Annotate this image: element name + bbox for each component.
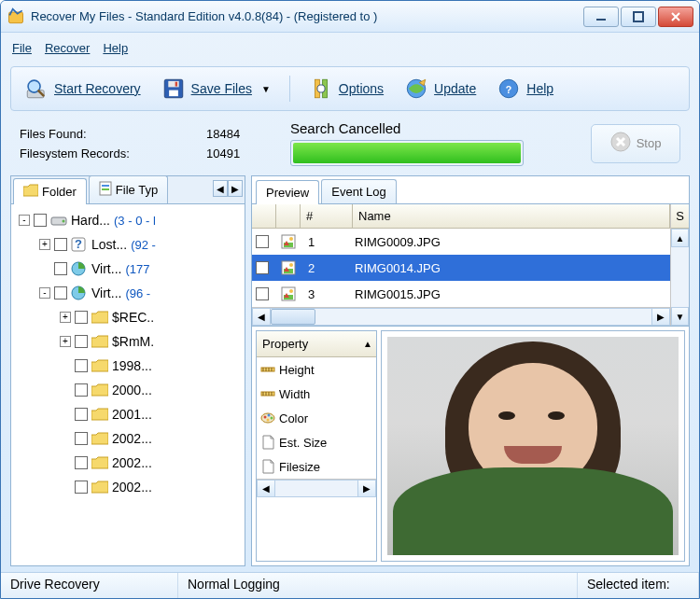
tree-label: $REC.. [112,310,154,325]
column-name[interactable]: Name [353,204,670,228]
prop-scroll-right[interactable]: ▶ [357,480,376,497]
column-icon[interactable] [276,204,301,228]
toolbar: Start Recovery Save Files ▼ Options Upda… [10,66,690,111]
left-panel: Folder File Typ ◀ ▶ -Hard...(3 - 0 - l+?… [10,175,245,566]
tree-row[interactable]: Virt...(177 [13,257,243,281]
tree-expander[interactable]: + [60,312,71,323]
floppy-icon [161,77,186,101]
tree-label: Virt... [91,286,121,300]
tree-label: 2001... [112,407,152,422]
tree-expander[interactable]: - [39,287,50,299]
svg-point-31 [289,263,293,267]
property-row[interactable]: Width [257,382,376,406]
tree-row[interactable]: +$RmM. [13,329,243,354]
property-row[interactable]: Color [257,406,376,430]
tree-checkbox[interactable] [54,262,67,275]
tree-checkbox[interactable] [75,383,88,397]
scroll-left-button[interactable]: ◀ [252,308,271,326]
tree-expander [60,384,71,396]
tree-label: Hard... [71,213,110,228]
tree-checkbox[interactable] [34,214,47,227]
file-checkbox[interactable] [256,261,269,274]
file-row[interactable]: 2RIMG0014.JPG [252,255,670,281]
tree-row[interactable]: 2002... [13,475,243,499]
scroll-track[interactable] [271,308,651,326]
tab-folder-label: Folder [42,185,77,199]
tree-checkbox[interactable] [54,238,67,251]
tab-event-log[interactable]: Event Log [321,179,397,203]
tree-label: 2002... [112,480,152,495]
tree-row[interactable]: 2000... [13,378,243,402]
menu-file[interactable]: File [12,41,32,55]
tab-filetype-label: File Typ [116,183,158,197]
column-s[interactable]: S [671,204,689,229]
sort-arrow-icon: ▲ [363,339,372,349]
tree-row[interactable]: -Virt...(96 - [13,281,243,305]
tree-checkbox[interactable] [75,408,88,421]
prop-scroll-left[interactable]: ◀ [257,480,275,497]
save-files-button[interactable]: Save Files ▼ [156,73,276,104]
tree-row[interactable]: +?Lost...(92 - [13,232,243,257]
start-recovery-button[interactable]: Start Recovery [19,73,147,104]
file-rows[interactable]: 1RIMG0009.JPG2RIMG0014.JPG3RIMG0015.JPG [252,229,670,307]
tree-checkbox[interactable] [54,286,67,300]
menu-recover[interactable]: Recover [45,41,90,55]
close-button[interactable] [658,7,693,27]
tab-scroll-left[interactable]: ◀ [213,180,228,197]
file-name: RIMG0009.JPG [353,235,670,249]
property-row[interactable]: Filesize [257,454,376,479]
file-checkbox[interactable] [256,287,269,300]
tree-checkbox[interactable] [75,335,88,348]
property-header[interactable]: Property ▲ [257,331,376,357]
file-row[interactable]: 3RIMG0015.JPG [252,281,670,307]
tab-preview[interactable]: Preview [256,180,319,204]
minimize-button[interactable] [583,7,619,27]
scroll-thumb[interactable] [271,309,315,325]
scroll-right-button[interactable]: ▶ [651,308,670,326]
tree-row[interactable]: 2002... [13,426,243,451]
save-files-label: Save Files [191,81,252,96]
file-checkbox[interactable] [256,235,269,248]
update-button[interactable]: Update [399,73,482,104]
property-row[interactable]: Height [257,357,376,382]
file-row[interactable]: 1RIMG0009.JPG [252,229,670,255]
tree-checkbox[interactable] [75,359,88,372]
folder-tree[interactable]: -Hard...(3 - 0 - l+?Lost...(92 -Virt...(… [11,204,245,565]
tree-expander[interactable]: + [39,239,50,250]
tree-checkbox[interactable] [75,456,88,469]
tree-row[interactable]: +$REC.. [13,305,243,329]
property-header-label: Property [262,337,308,351]
tab-file-type[interactable]: File Typ [89,175,168,203]
tree-row[interactable]: 2001... [13,402,243,426]
menu-help[interactable]: Help [103,41,128,55]
scroll-up-button[interactable]: ▲ [671,229,689,247]
start-recovery-label: Start Recovery [54,81,141,96]
window-title: Recover My Files - Standard Edition v4.0… [31,9,583,23]
tree-label: 2002... [112,455,152,470]
property-row[interactable]: Est. Size [257,430,376,454]
options-button[interactable]: Options [303,73,389,104]
column-number[interactable]: # [301,204,353,228]
property-label: Color [279,411,308,425]
tree-checkbox[interactable] [75,311,88,324]
stop-button[interactable]: Stop [591,124,680,163]
help-button[interactable]: ? Help [491,73,559,104]
horizontal-scrollbar[interactable]: ◀ ▶ [252,307,670,326]
scroll-down-button[interactable]: ▼ [671,307,689,326]
tree-expander[interactable]: + [60,336,71,347]
vertical-scrollbar[interactable]: S ▲ ▼ [670,204,689,326]
tree-row[interactable]: -Hard...(3 - 0 - l [13,208,243,232]
tree-checkbox[interactable] [75,432,88,445]
tab-scroll-right[interactable]: ▶ [228,180,243,197]
file-number: 2 [301,261,353,275]
svg-rect-1 [596,19,606,21]
tree-row[interactable]: 1998... [13,354,243,378]
tree-expander[interactable]: - [19,215,30,226]
tree-checkbox[interactable] [75,481,88,494]
tab-folder[interactable]: Folder [13,178,87,204]
tree-label: 2000... [112,383,152,397]
property-scrollbar[interactable]: ◀ ▶ [257,479,376,497]
column-checkbox[interactable] [252,204,276,228]
maximize-button[interactable] [621,7,656,27]
tree-row[interactable]: 2002... [13,451,243,475]
